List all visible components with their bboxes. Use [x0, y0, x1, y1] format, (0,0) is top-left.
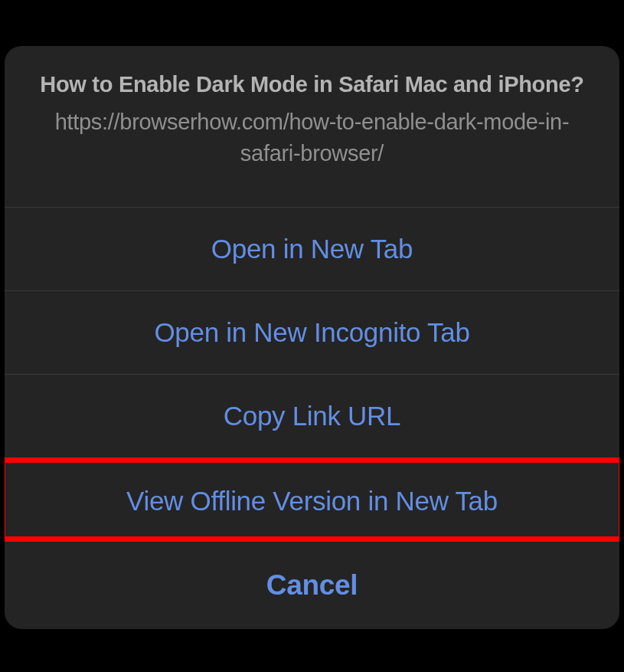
page-url: https://browserhow.com/how-to-enable-dar… [35, 107, 589, 169]
open-new-tab-button[interactable]: Open in New Tab [5, 207, 619, 290]
open-incognito-button[interactable]: Open in New Incognito Tab [5, 290, 619, 374]
page-title: How to Enable Dark Mode in Safari Mac an… [35, 72, 589, 97]
view-offline-button[interactable]: View Offline Version in New Tab [5, 457, 619, 542]
copy-link-button[interactable]: Copy Link URL [5, 374, 619, 457]
sheet-header: How to Enable Dark Mode in Safari Mac an… [5, 46, 619, 207]
action-sheet: How to Enable Dark Mode in Safari Mac an… [5, 46, 619, 542]
cancel-button[interactable]: Cancel [5, 542, 619, 629]
